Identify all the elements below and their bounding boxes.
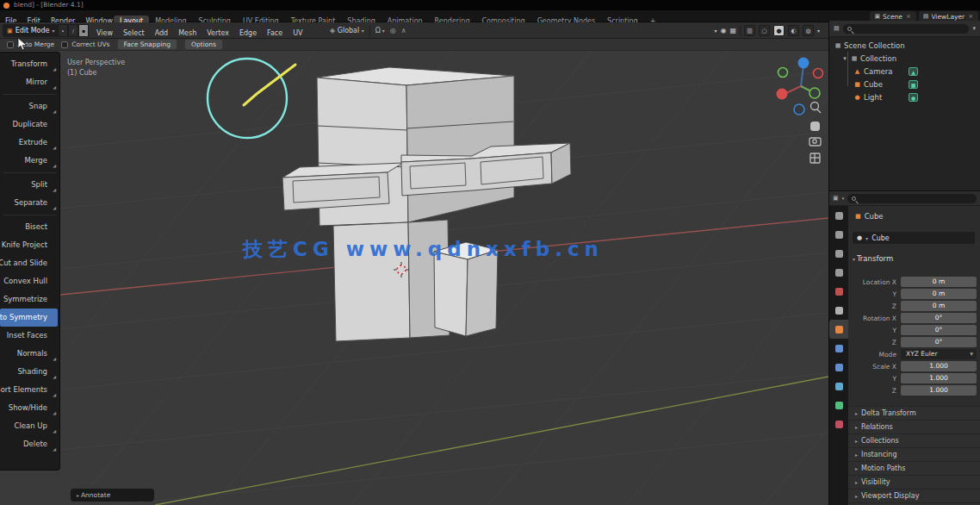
scene-unlink-icon[interactable]: × xyxy=(905,13,912,20)
properties-tab-view-layer[interactable] xyxy=(829,263,848,282)
field-value[interactable]: 0° xyxy=(901,325,977,335)
filter-icon[interactable]: ▾ xyxy=(972,25,976,32)
properties-tab-physics[interactable] xyxy=(829,377,848,396)
outliner-editor-icon[interactable]: ▤ xyxy=(834,25,840,32)
camera-data-badge-icon[interactable]: ▲ xyxy=(909,67,918,76)
outliner-row-collection[interactable]: ▾ ▦ Collection xyxy=(829,52,980,65)
mesh-data-badge-icon[interactable]: ■ xyxy=(909,80,918,89)
field-value[interactable]: 0 m xyxy=(901,289,977,299)
properties-tab-output[interactable] xyxy=(829,244,848,263)
window-title: blend] - [Blender 4.1] xyxy=(14,1,84,9)
context-menu-item-knife-project[interactable]: Knife Project xyxy=(0,236,58,254)
field-value[interactable]: 1.000 xyxy=(901,361,977,371)
edge-select-button[interactable]: ∕ xyxy=(68,24,78,37)
visibility-dropdown-icon[interactable]: ▾ xyxy=(714,28,716,34)
properties-tab-particles[interactable] xyxy=(829,358,848,377)
gizmos-toggle-icon[interactable]: ◉ xyxy=(720,27,726,34)
context-menu-item-inset-faces[interactable]: Inset Faces xyxy=(0,327,58,345)
object-name-bar[interactable]: ● ▾ Cube xyxy=(853,232,975,244)
context-menu-item-show-hide[interactable]: Show/Hide◢ xyxy=(0,399,58,417)
panel-visibility[interactable]: ▸Visibility xyxy=(848,475,980,489)
properties-tab-scene[interactable] xyxy=(829,282,848,301)
context-menu-item-extrude[interactable]: Extrude◢ xyxy=(0,134,58,152)
properties-tab-material[interactable] xyxy=(829,415,848,433)
submenu-arrow-icon: ◢ xyxy=(53,188,56,192)
field-value[interactable]: 0 m xyxy=(901,301,977,311)
context-menu-item-transform[interactable]: Transform◢ xyxy=(0,55,58,73)
context-menu-item-clean-up[interactable]: Clean Up◢ xyxy=(0,417,58,435)
field-value[interactable]: 0° xyxy=(901,313,977,323)
panel-relations[interactable]: ▸Relations xyxy=(848,420,980,433)
mode-dropdown[interactable]: ▣ Edit Mode ▾ xyxy=(3,24,59,37)
properties-tab-object[interactable] xyxy=(829,320,848,339)
button-options[interactable]: Options xyxy=(184,39,223,50)
field-value[interactable]: 0° xyxy=(901,337,977,347)
context-menu-item-convex-hull[interactable]: Convex Hull xyxy=(0,272,58,290)
vertex-select-button[interactable]: ∙ xyxy=(58,24,68,37)
panel-motion-paths[interactable]: ▸Motion Paths xyxy=(848,461,980,475)
context-menu-item-split[interactable]: Split◢ xyxy=(0,176,58,194)
context-menu-item-duplicate[interactable]: Duplicate xyxy=(0,115,58,134)
context-menu-item-sort-elements[interactable]: Sort Elements◢ xyxy=(0,381,58,399)
panel-label: Collections xyxy=(861,437,899,445)
toggle-auto-merge[interactable]: Auto Merge xyxy=(7,41,54,48)
context-menu-item-normals[interactable]: Normals◢ xyxy=(0,345,58,363)
toggle-correct-uvs[interactable]: Correct UVs xyxy=(61,41,109,48)
outliner-row-scene-collection[interactable]: ▦ Scene Collection xyxy=(829,39,980,52)
properties-tab-render[interactable] xyxy=(829,225,848,244)
shading-wireframe-button[interactable]: ○ xyxy=(759,25,770,36)
panel-collections[interactable]: ▸Collections xyxy=(848,433,980,447)
field-value[interactable]: 0 m xyxy=(901,277,977,287)
menu-item-label: Duplicate xyxy=(13,115,48,134)
proportional-edit-toggle[interactable]: ◎ xyxy=(390,27,396,34)
viewport-3d[interactable]: User Perspective (1) Cube Transform◢Mirr… xyxy=(0,51,828,505)
shading-rendered-button[interactable]: ◍ xyxy=(803,25,814,36)
field-value[interactable]: XYZ Euler▾ xyxy=(901,349,977,359)
context-menu-item-shading[interactable]: Shading◢ xyxy=(0,363,58,381)
outliner-row-light[interactable]: ●Light● xyxy=(829,90,980,103)
field-value[interactable]: 1.000 xyxy=(901,373,977,383)
context-menu-item-snap-to-symmetry[interactable]: Snap to Symmetry xyxy=(0,309,58,327)
properties-tab-tool[interactable] xyxy=(829,206,848,225)
panel-viewport-display[interactable]: ▸Viewport Display xyxy=(848,489,980,502)
view-layer-name: ViewLayer xyxy=(931,13,964,21)
properties-tab-world[interactable] xyxy=(829,301,848,320)
context-menu-item-snap[interactable]: Snap◢ xyxy=(0,97,58,115)
operator-panel-collapsed[interactable]: ▸ Annotate xyxy=(71,489,154,502)
submenu-arrow-icon: ◢ xyxy=(53,411,56,415)
field-label: Z xyxy=(848,301,896,312)
properties-search-input[interactable] xyxy=(847,194,977,203)
properties-tab-modifiers[interactable] xyxy=(829,339,848,358)
xray-toggle[interactable]: ▥ xyxy=(744,25,755,36)
panel-instancing[interactable]: ▸Instancing xyxy=(848,447,980,461)
context-menu-item-loop-cut-and-slide[interactable]: Loop Cut and Slide xyxy=(0,254,58,272)
context-menu-item-delete[interactable]: Delete◢ xyxy=(0,435,58,453)
shading-solid-button[interactable]: ● xyxy=(773,25,785,36)
view-layer-unlink-icon[interactable]: × xyxy=(967,13,974,20)
light-data-badge-icon[interactable]: ● xyxy=(909,93,918,102)
context-menu-item-mirror[interactable]: Mirror◢ xyxy=(0,73,58,91)
shading-material-button[interactable]: ◐ xyxy=(788,25,799,36)
snap-toggle[interactable]: Ω ▾ xyxy=(375,27,385,34)
context-menu-item-bisect[interactable]: Bisect xyxy=(0,218,58,236)
outliner-search-input[interactable] xyxy=(843,24,970,34)
context-menu-item-merge[interactable]: Merge◢ xyxy=(0,152,58,170)
camera-view-icon[interactable] xyxy=(809,138,821,146)
orientation-dropdown[interactable]: ◈ Global ▾ xyxy=(330,27,364,34)
panel-delta-transform[interactable]: ▸Delta Transform xyxy=(848,406,980,420)
field-value[interactable]: 1.000 xyxy=(901,385,977,396)
shading-dropdown-icon[interactable]: ▾ xyxy=(817,28,820,34)
properties-editor-icon[interactable]: ▣ xyxy=(833,195,839,202)
transform-panel-header[interactable]: ▾ Transform xyxy=(853,254,893,263)
outliner-row-cube[interactable]: ■Cube■ xyxy=(829,78,980,90)
pan-hand-icon[interactable] xyxy=(810,122,820,131)
context-menu-item-separate[interactable]: Separate◢ xyxy=(0,194,58,212)
outliner-row-camera[interactable]: ▲Camera▲ xyxy=(829,65,980,78)
overlays-toggle-icon[interactable]: ▦ xyxy=(729,27,736,34)
button-face-snapping[interactable]: Face Snapping xyxy=(117,39,178,50)
context-menu-item-symmetrize[interactable]: Symmetrize xyxy=(0,290,58,309)
perspective-toggle-icon[interactable] xyxy=(810,153,820,163)
navigation-gizmo[interactable] xyxy=(777,58,823,115)
face-select-button[interactable]: ▪ xyxy=(78,24,89,37)
properties-tab-object-data[interactable] xyxy=(829,396,848,415)
